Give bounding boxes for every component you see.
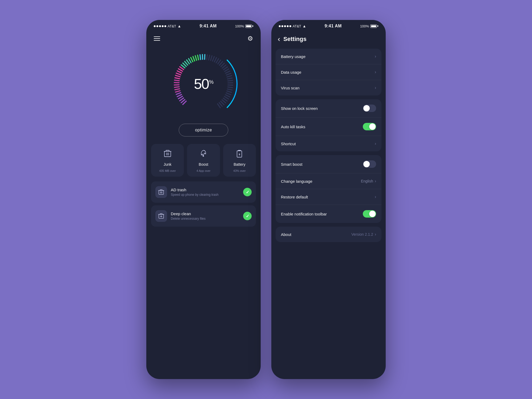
adtrash-sub: Speed up phone by clearing trash	[171, 193, 239, 197]
row-notification-toolbar[interactable]: Enable notification toolbar	[276, 205, 381, 223]
settings-button[interactable]: ⚙	[247, 35, 253, 42]
svg-line-42	[226, 71, 230, 73]
svg-line-7	[175, 89, 180, 90]
data-usage-label: Data usage	[281, 70, 301, 74]
list-item-adtrash[interactable]: AD trash Speed up phone by clearing tras…	[151, 181, 256, 203]
deepclean-text: Deep clean Delete unnecessary files	[171, 211, 239, 221]
notif-toolbar-label: Enable notification toolbar	[281, 212, 327, 216]
tile-battery-label: Battery	[234, 162, 245, 167]
list-item-deepclean[interactable]: Deep clean Delete unnecessary files	[151, 205, 256, 227]
svg-line-0	[183, 101, 186, 105]
row-auto-kill[interactable]: Auto kill tasks	[276, 118, 381, 136]
svg-line-40	[223, 67, 227, 70]
tile-battery[interactable]: Battery 43% over	[223, 144, 256, 177]
status-right-s: 100%	[360, 24, 378, 28]
hamburger-line2	[154, 38, 160, 39]
smart-boost-label: Smart boost	[281, 162, 302, 167]
svg-line-26	[198, 55, 199, 60]
row-restore[interactable]: Restore default ›	[276, 189, 381, 205]
app-header: ⚙	[146, 31, 261, 47]
svg-line-52	[226, 93, 231, 95]
battery-usage-chevron: ›	[375, 54, 376, 59]
row-smart-boost[interactable]: Smart boost	[276, 155, 381, 173]
settings-group-4: About Version 2.1.2 ›	[276, 227, 381, 242]
svg-line-25	[195, 56, 197, 60]
sdot3	[284, 25, 286, 27]
tile-junk-label: Junk	[164, 162, 172, 167]
svg-line-59	[218, 104, 220, 108]
time-display: 9:41 AM	[200, 24, 217, 28]
auto-kill-thumb	[369, 123, 376, 130]
svg-line-14	[176, 73, 181, 75]
row-language[interactable]: Change language English ›	[276, 173, 381, 189]
svg-line-45	[227, 78, 232, 79]
svg-line-27	[200, 55, 201, 60]
deepclean-title: Deep clean	[171, 211, 239, 216]
svg-line-19	[183, 63, 186, 66]
tile-junk[interactable]: Junk 435 MB over	[151, 144, 184, 177]
battery-body-s	[370, 24, 377, 28]
settings-header: ‹ Settings	[271, 31, 386, 49]
battery-tile-icon	[235, 149, 244, 160]
version-value: Version 2.1.2	[351, 232, 373, 236]
svg-line-13	[176, 75, 180, 77]
restore-right: ›	[375, 194, 376, 199]
sdot4	[287, 25, 289, 27]
svg-line-34	[214, 57, 217, 62]
adtrash-title: AD trash	[171, 188, 239, 192]
battery-body	[245, 24, 252, 28]
carrier-label: AT&T	[168, 24, 176, 28]
svg-line-38	[221, 63, 224, 67]
menu-button[interactable]	[154, 36, 160, 41]
settings-title: Settings	[283, 36, 306, 43]
carrier-label-s: AT&T	[293, 24, 301, 28]
tile-boost[interactable]: Boost 4 App over	[187, 144, 220, 177]
row-lock-screen[interactable]: Show on lock screen	[276, 99, 381, 118]
svg-rect-71	[160, 190, 162, 190]
about-label: About	[281, 232, 291, 237]
svg-line-28	[202, 55, 203, 59]
smart-boost-toggle[interactable]	[363, 160, 376, 168]
lock-screen-toggle[interactable]	[363, 105, 376, 112]
adtrash-checkmark	[243, 188, 252, 196]
svg-line-29	[205, 55, 205, 59]
auto-kill-toggle[interactable]	[363, 123, 376, 130]
notif-toolbar-toggle[interactable]	[363, 210, 376, 218]
svg-line-10	[174, 82, 179, 83]
svg-line-43	[226, 73, 231, 75]
sdot1	[279, 25, 281, 27]
status-bar-main: AT&T ▲ 9:41 AM 100%	[146, 20, 261, 31]
dot4	[162, 25, 164, 27]
svg-line-8	[174, 87, 179, 87]
hamburger-line3	[154, 40, 160, 41]
wifi-icon: ▲	[177, 24, 181, 28]
row-data-usage[interactable]: Data usage ›	[276, 64, 381, 80]
row-about[interactable]: About Version 2.1.2 ›	[276, 227, 381, 242]
settings-group-3: Smart boost Change language English › Re…	[276, 155, 381, 223]
back-button[interactable]: ‹	[278, 35, 280, 43]
svg-line-37	[219, 61, 223, 65]
signal-dots	[154, 25, 166, 27]
tile-junk-sub: 435 MB over	[159, 169, 176, 172]
row-battery-usage[interactable]: Battery usage ›	[276, 49, 381, 64]
svg-line-58	[219, 103, 222, 106]
svg-line-33	[213, 57, 214, 61]
svg-line-17	[180, 67, 184, 70]
row-virus-scan[interactable]: Virus scan ›	[276, 80, 381, 95]
virus-scan-label: Virus scan	[281, 86, 300, 90]
deepclean-icon-box	[155, 210, 167, 222]
svg-line-46	[228, 80, 232, 81]
smart-boost-thumb	[363, 161, 370, 167]
gauge-value: 50%	[194, 76, 213, 92]
status-right: 100%	[235, 24, 253, 28]
svg-line-2	[180, 98, 184, 101]
row-shortcut[interactable]: Shortcut ›	[276, 136, 381, 151]
gauge-symbol: %	[209, 79, 213, 85]
optimize-button[interactable]: optimize	[179, 124, 228, 136]
svg-line-4	[177, 94, 181, 97]
svg-line-11	[174, 80, 179, 81]
boost-icon	[199, 149, 208, 160]
auto-kill-label: Auto kill tasks	[281, 124, 305, 129]
svg-line-6	[176, 91, 180, 92]
gauge-container: 50%	[146, 49, 261, 118]
